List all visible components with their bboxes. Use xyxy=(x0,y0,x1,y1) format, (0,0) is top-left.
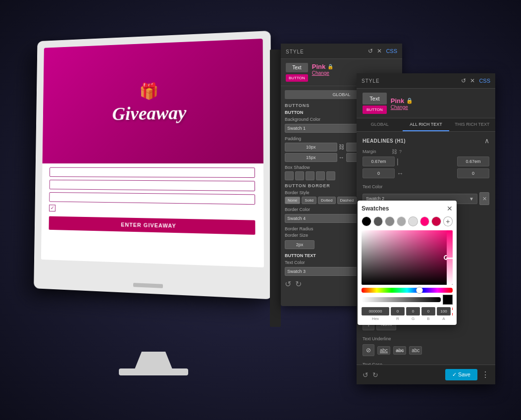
monitor-bottom-bar xyxy=(133,283,163,288)
spf-margin-top-left-input[interactable] xyxy=(363,157,395,166)
spb-padding-top[interactable] xyxy=(285,143,337,152)
spf-section-title: HEADLINES (H1) xyxy=(363,138,406,144)
form-line-1[interactable] xyxy=(50,167,255,177)
spf-tabs: GLOBAL ALL RICH TEXT THIS RICH TEXT xyxy=(357,118,495,132)
underline-btn-1[interactable]: abc xyxy=(377,346,390,355)
swatch-dark-gray[interactable] xyxy=(373,216,383,226)
spb-header-left: STYLE xyxy=(286,47,304,55)
checkbox-row: ✓ xyxy=(49,205,255,215)
swatches-title: Swatches xyxy=(362,205,389,212)
swatch-dark-pink[interactable] xyxy=(431,216,441,226)
swatch-light-gray[interactable] xyxy=(397,216,407,226)
spb-refresh-icon[interactable]: ↺ xyxy=(368,48,373,54)
spf-header-left: STYLE xyxy=(362,78,380,84)
spb-redo-btn[interactable]: ↻ xyxy=(295,279,302,289)
swatches-close-btn[interactable]: ✕ xyxy=(447,205,453,212)
spb-pink-label: Pink xyxy=(312,63,325,70)
spf-undo-btn[interactable]: ↺ xyxy=(363,371,368,379)
spf-margin-link-icon: ⛓ xyxy=(392,149,397,155)
enter-giveaway-btn[interactable]: ENTER GIVEAWAY xyxy=(49,216,255,234)
tab-all-rich-text[interactable]: ALL RICH TEXT xyxy=(403,118,449,131)
shadow-box-4[interactable] xyxy=(316,171,325,180)
spf-underline-label: Text Underline xyxy=(363,336,391,341)
spf-pink-label: Pink xyxy=(391,97,404,105)
spf-button-preview: BUTTON xyxy=(363,105,387,114)
spf-section-header: HEADLINES (H1) ∧ xyxy=(363,137,489,145)
monitor-screen: 🎁 Giveaway ✓ ENTER GIVEAWAY xyxy=(41,39,264,267)
underline-btn-3[interactable]: abc xyxy=(409,346,422,355)
spf-header-icons: ↺ ✕ CSS xyxy=(461,77,490,84)
spb-close-icon[interactable]: ✕ xyxy=(377,48,382,54)
spf-more-btn[interactable]: ⋮ xyxy=(481,370,489,379)
spf-lock-icon: 🔒 xyxy=(406,98,413,104)
spf-margin-question: ? xyxy=(399,149,402,154)
gift-icon: 🎁 xyxy=(139,82,159,101)
spf-margin-top-right-input[interactable] xyxy=(457,157,489,166)
spf-collapse-icon[interactable]: ∧ xyxy=(484,137,489,145)
spf-redo-btn[interactable]: ↻ xyxy=(372,371,378,379)
g-input[interactable] xyxy=(406,307,420,315)
opacity-slider[interactable] xyxy=(362,297,441,302)
hue-slider[interactable] xyxy=(362,288,453,293)
spf-margin-link2: ↔ xyxy=(397,169,455,177)
color-dark-layer xyxy=(362,230,453,285)
swatch-pink[interactable] xyxy=(420,216,430,226)
shadow-box-2[interactable] xyxy=(295,171,304,180)
lightness-thumb xyxy=(446,258,453,259)
underline-btn-2[interactable]: abc xyxy=(393,346,406,355)
screen-bottom: ✓ ENTER GIVEAWAY xyxy=(41,163,264,267)
border-style-solid[interactable]: Solid xyxy=(302,197,316,204)
b-input[interactable] xyxy=(421,307,435,315)
spf-header: STYLE ↺ ✕ CSS xyxy=(357,73,495,89)
shadow-box-5[interactable] xyxy=(326,171,335,180)
swatches-header: Swatches ✕ xyxy=(362,205,453,212)
spb-padding-bottom[interactable] xyxy=(285,153,337,162)
spf-margin-bottom-right-input[interactable] xyxy=(457,168,489,178)
spb-css-link[interactable]: CSS xyxy=(386,48,397,54)
spf-margin-link: | xyxy=(397,158,455,165)
form-line-2[interactable] xyxy=(50,180,255,191)
monitor-base xyxy=(119,368,188,375)
spf-save-button[interactable]: ✓ Save xyxy=(445,369,477,380)
form-line-3[interactable] xyxy=(49,192,255,205)
shadow-box-1[interactable] xyxy=(285,171,294,180)
swatch-gray[interactable] xyxy=(385,216,395,226)
border-style-dotted[interactable]: Dotted xyxy=(318,197,336,204)
border-style-dashed[interactable]: Dashed xyxy=(337,197,357,204)
a-input[interactable] xyxy=(437,307,451,315)
a-label: A xyxy=(437,316,451,321)
spb-lock-icon: 🔒 xyxy=(327,64,333,69)
spf-close-icon[interactable]: ✕ xyxy=(470,77,475,84)
spf-refresh-icon[interactable]: ↺ xyxy=(461,77,466,84)
spf-footer: ↺ ↻ ✓ Save ⋮ xyxy=(357,365,495,384)
spb-padding-link: ⛓ xyxy=(339,143,345,152)
underline-off-btn[interactable]: ⊘ xyxy=(363,344,374,356)
spf-color-x-btn[interactable]: ✕ xyxy=(479,192,489,205)
r-input[interactable] xyxy=(391,307,405,315)
spb-border-size-input[interactable] xyxy=(285,240,314,249)
screen-top: 🎁 Giveaway xyxy=(43,39,263,163)
spf-css-link[interactable]: CSS xyxy=(479,78,490,84)
shadow-box-3[interactable] xyxy=(306,171,314,180)
spb-padding-link2: ↔ xyxy=(339,153,345,162)
lightness-slider[interactable] xyxy=(447,230,453,285)
hex-label: Hex xyxy=(362,316,389,321)
color-picker-gradient[interactable] xyxy=(362,230,453,285)
border-style-none[interactable]: None xyxy=(285,197,300,204)
swatch-black[interactable] xyxy=(362,216,371,226)
spf-margin-bottom: ↔ xyxy=(363,168,489,178)
swatches-popup: Swatches ✕ + xyxy=(358,201,457,325)
tab-this-rich-text[interactable]: THIS RICH TEXT xyxy=(449,118,495,131)
checkbox[interactable]: ✓ xyxy=(49,205,55,211)
swatch-add-btn[interactable]: + xyxy=(443,216,453,226)
screen-content: 🎁 Giveaway ✓ ENTER GIVEAWAY xyxy=(41,39,264,267)
tab-global[interactable]: GLOBAL xyxy=(357,118,403,131)
spb-change-link[interactable]: Change xyxy=(312,70,333,76)
spf-change-link[interactable]: Change xyxy=(391,105,413,110)
hex-input[interactable] xyxy=(362,307,389,315)
swatch-white[interactable] xyxy=(408,216,418,226)
spb-undo-btn[interactable]: ↺ xyxy=(285,279,291,289)
spf-margin-label: Margin xyxy=(363,149,390,154)
spf-margin-top: | xyxy=(363,157,489,166)
spf-margin-bottom-left-input[interactable] xyxy=(363,168,395,178)
